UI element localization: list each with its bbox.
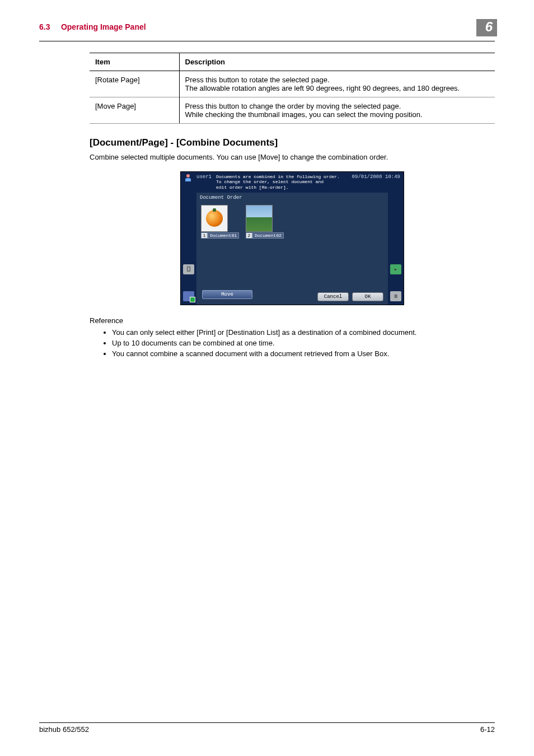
table-cell-desc: Press this button to rotate the selected… <box>179 71 495 97</box>
ok-button[interactable]: OK <box>352 292 383 301</box>
cancel-button[interactable]: Cancel <box>317 292 349 301</box>
chapter-badge: 6 <box>476 19 497 36</box>
panel-right-rail: ▸ ≣ <box>388 193 404 305</box>
document-stack-icon[interactable] <box>183 291 194 301</box>
page-footer: bizhub 652/552 6-12 <box>39 722 495 734</box>
arrow-icon[interactable]: ▸ <box>390 264 401 274</box>
device-panel-screenshot: user1 Documents are combined in the foll… <box>180 171 404 305</box>
item-description-table: Item Description [Rotate Page] Press thi… <box>90 53 495 124</box>
orange-image-icon <box>206 210 223 227</box>
section-number: 6.3 <box>39 22 50 31</box>
printer-icon[interactable]: ⌼ <box>183 264 194 274</box>
thumbnail-name: Document01 <box>208 232 239 239</box>
list-icon[interactable]: ≣ <box>390 291 401 301</box>
reference-heading: Reference <box>90 316 495 325</box>
thumbnail-number: 1 <box>201 232 208 239</box>
page-header: 6.3 Operating Image Panel 6 <box>39 22 495 41</box>
thumbnail-preview <box>201 205 228 232</box>
table-cell-item: [Move Page] <box>90 97 179 123</box>
thumbnail-item[interactable]: 2 Document02 <box>246 205 284 239</box>
intro-paragraph: Combine selected multiple documents. You… <box>90 153 495 161</box>
footer-right: 6-12 <box>480 725 495 734</box>
panel-center-area: Document Order 1 Document01 <box>196 193 388 305</box>
landscape-image-icon <box>246 206 272 231</box>
table-cell-item: [Rotate Page] <box>90 71 179 97</box>
table-row: [Move Page] Press this button to change … <box>90 97 495 123</box>
panel-instruction-text: Documents are combined in the following … <box>216 174 348 190</box>
list-item: You can only select either [Print] or [D… <box>112 328 495 337</box>
list-item: Up to 10 documents can be combined at on… <box>112 339 495 347</box>
table-header-desc: Description <box>179 53 495 71</box>
move-button[interactable]: Move <box>202 290 252 299</box>
footer-left: bizhub 652/552 <box>39 725 89 734</box>
panel-left-rail: ⌼ <box>181 193 196 305</box>
reference-list: You can only select either [Print] or [D… <box>90 328 495 358</box>
thumbnail-item[interactable]: 1 Document01 <box>201 205 239 239</box>
panel-body: ⌼ Document Order 1 Document01 <box>181 193 404 305</box>
table-row: [Rotate Page] Press this button to rotat… <box>90 71 495 97</box>
document-order-label: Document Order <box>200 195 242 200</box>
panel-user-label: user1 <box>196 174 212 180</box>
list-item: You cannot combine a scanned document wi… <box>112 349 495 358</box>
thumbnail-number: 2 <box>246 232 252 239</box>
section-title: Operating Image Panel <box>61 22 146 31</box>
table-header-item: Item <box>90 53 179 71</box>
user-icon <box>184 174 192 181</box>
section-label: 6.3 Operating Image Panel <box>39 22 146 31</box>
thumbnail-preview <box>246 205 273 232</box>
panel-top-bar: user1 Documents are combined in the foll… <box>181 172 404 193</box>
thumbnail-row: 1 Document01 2 Document02 <box>201 205 284 239</box>
thumbnail-name: Document02 <box>252 232 284 239</box>
table-cell-desc: Press this button to change the order by… <box>179 97 495 123</box>
subheading: [Document/Page] - [Combine Documents] <box>90 137 495 148</box>
panel-datetime: 09/01/2008 10:49 <box>352 174 400 180</box>
